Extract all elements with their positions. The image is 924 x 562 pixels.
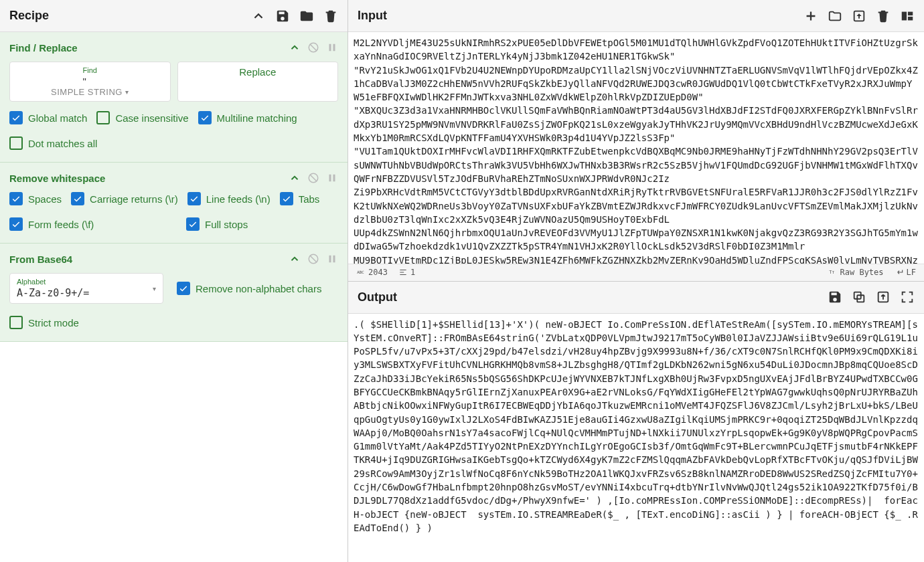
alphabet-label: Alphabet [17,278,143,286]
checkbox-global-match[interactable]: Global match [9,111,87,124]
checkbox-icon [186,217,200,231]
svg-rect-8 [333,256,335,263]
collapse-all-icon[interactable] [251,9,266,23]
save-output-icon[interactable] [828,290,842,304]
checkbox-icon [9,192,23,205]
op-title: Find / Replace [9,42,78,54]
recipe-operations-list: Find / Replace Find " SIMPLE STRING Repl… [0,32,348,562]
checkbox-remove-non-alphabet[interactable]: Remove non-alphabet chars [177,282,321,295]
chevron-up-icon[interactable] [289,253,301,265]
add-input-icon[interactable] [803,9,818,23]
alphabet-value: A-Za-z0-9+/= [17,287,143,299]
input-title: Input [358,9,387,23]
output-title: Output [358,290,397,304]
checkbox-tabs[interactable]: Tabs [280,192,320,205]
checkbox-icon [71,192,84,205]
svg-text:Tт: Tт [829,270,834,275]
checkbox-spaces[interactable]: Spaces [9,192,62,205]
operation-remove-whitespace: Remove whitespace Spaces Carriage return… [0,163,348,244]
recipe-title: Recipe [9,9,49,23]
recipe-header: Recipe [0,0,348,32]
replace-placeholder: Replace [239,66,276,78]
find-field[interactable]: Find " SIMPLE STRING [9,62,171,102]
copy-output-icon[interactable] [852,290,866,304]
operation-find-replace: Find / Replace Find " SIMPLE STRING Repl… [0,32,348,163]
output-section: Output .( $SHElliD[1]+$SHEllid[13]+'X')(… [348,281,924,563]
checkbox-icon [9,316,23,329]
alphabet-select[interactable]: Alphabet A-Za-z0-9+/= [9,273,163,304]
move-output-to-input-icon[interactable] [876,290,891,304]
checkbox-multiline[interactable]: Multiline matching [198,111,297,124]
find-value: " [83,76,97,87]
status-eol[interactable]: LF [895,268,916,277]
op-title: From Base64 [9,254,72,265]
checkbox-case-insensitive[interactable]: Case insensitive [96,111,188,124]
checkbox-icon [9,136,23,150]
disable-op-icon[interactable] [307,172,319,184]
checkbox-line-feeds[interactable]: Line feeds (\n) [187,192,271,205]
svg-rect-12 [908,16,913,19]
svg-rect-1 [329,44,331,52]
checkbox-icon [198,111,212,124]
checkbox-strict-mode[interactable]: Strict mode [9,316,79,329]
checkbox-icon [9,217,23,231]
svg-rect-10 [902,11,907,20]
checkbox-form-feeds[interactable]: Form feeds (\f) [9,217,177,231]
checkbox-icon [96,111,110,124]
chevron-up-icon[interactable] [289,172,301,184]
checkbox-dot-matches-all[interactable]: Dot matches all [9,136,97,150]
output-textarea[interactable]: .( $SHElliD[1]+$SHEllid[13]+'X')( neW-oB… [348,314,924,563]
checkbox-full-stops[interactable]: Full stops [186,217,248,231]
svg-rect-11 [908,11,913,15]
find-mode-dropdown[interactable]: SIMPLE STRING [51,87,129,97]
input-section: Input M2L2NYVDljME43U25sUkNIRmhRS2xPUE05… [348,0,924,281]
find-label: Find [83,66,97,74]
disable-op-icon[interactable] [307,253,319,265]
svg-rect-5 [333,175,335,182]
operation-from-base64: From Base64 Alphabet A-Za-z0-9+/= Remove… [0,244,348,342]
checkbox-icon [280,192,293,205]
checkbox-icon [177,282,190,295]
status-encoding[interactable]: Tт Raw Bytes [828,268,884,277]
input-status-bar: ABC 2043 1 Tт Raw Bytes LF [348,264,924,281]
status-lines: 1 [398,268,415,277]
svg-text:ABC: ABC [357,270,364,274]
svg-rect-2 [333,44,335,52]
toggle-layout-icon[interactable] [900,9,915,23]
clear-recipe-icon[interactable] [323,9,338,23]
open-folder-icon[interactable] [828,9,842,23]
breakpoint-icon[interactable] [326,41,338,54]
checkbox-icon [9,111,23,124]
fullscreen-output-icon[interactable] [900,290,915,304]
svg-rect-4 [329,175,331,182]
disable-op-icon[interactable] [307,41,319,54]
breakpoint-icon[interactable] [326,172,338,184]
checkbox-carriage-returns[interactable]: Carriage returns (\r) [71,192,178,205]
chevron-up-icon[interactable] [289,41,301,54]
input-textarea[interactable]: M2L2NYVDljME43U25sUkNIRmhRS2xPUE05eDlDbV… [348,32,924,264]
replace-field[interactable]: Replace [177,62,339,102]
svg-rect-7 [329,256,331,263]
checkbox-icon [187,192,201,205]
breakpoint-icon[interactable] [326,253,338,265]
load-recipe-icon[interactable] [299,9,314,23]
status-length: ABC 2043 [356,268,388,277]
open-file-icon[interactable] [852,9,866,23]
save-recipe-icon[interactable] [275,9,290,23]
op-title: Remove whitespace [9,173,105,184]
clear-input-icon[interactable] [876,9,891,23]
